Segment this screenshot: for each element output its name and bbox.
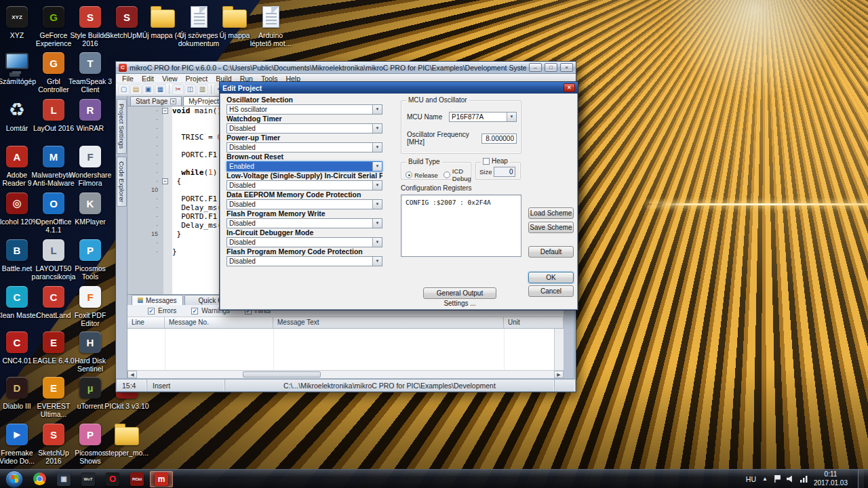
messages-vscrollbar[interactable]: [554, 329, 564, 370]
hidden-icons-icon[interactable]: ▲: [762, 476, 768, 482]
column-message-no[interactable]: Message No.: [165, 317, 273, 328]
save-scheme-button[interactable]: Save Scheme: [528, 222, 574, 233]
fold-margin: [161, 239, 172, 247]
chevron-down-icon[interactable]: ▼: [372, 219, 382, 228]
config-field-select[interactable]: Disabled▼: [226, 237, 382, 247]
copy-icon[interactable]: ◫: [184, 84, 196, 95]
chevron-down-icon[interactable]: ▼: [372, 238, 382, 247]
chevron-down-icon[interactable]: ▼: [372, 124, 382, 133]
config-field-select[interactable]: Disabled▼: [226, 256, 382, 266]
column-line[interactable]: Line: [127, 317, 165, 328]
config-field-select[interactable]: Disabled▼: [226, 199, 382, 209]
fold-collapse-icon[interactable]: −: [162, 178, 168, 184]
menu-project[interactable]: Project: [182, 75, 212, 83]
frequency-input[interactable]: 8.000000: [481, 134, 517, 144]
cut-icon[interactable]: ✂: [172, 84, 184, 95]
desktop-icon-picosmos-tools[interactable]: PPicosmos Tools: [68, 237, 113, 281]
column-message-text[interactable]: Message Text: [273, 317, 504, 328]
heap-size-input[interactable]: 0: [494, 167, 515, 177]
column-unit[interactable]: Unit: [504, 317, 564, 328]
desktop-icon-hard-disk-sentinel[interactable]: HHard Disk Sentinel: [68, 329, 113, 373]
window-titlebar[interactable]: C mikroC PRO for PIC v.6.0.0 - C:\Users\…: [116, 62, 576, 74]
taskbar-app-world-of-tanks[interactable]: WoT: [77, 471, 100, 487]
desktop-icon-label: Picosmos Tools: [68, 264, 113, 281]
language-indicator[interactable]: HU: [746, 475, 756, 483]
chevron-down-icon[interactable]: ▼: [372, 257, 382, 266]
config-field-select[interactable]: Disabled▼: [226, 180, 382, 190]
checkbox-errors[interactable]: ✓: [148, 308, 155, 314]
scroll-right-icon[interactable]: ▶: [554, 371, 564, 378]
taskbar-app-chrome[interactable]: [28, 471, 51, 487]
action-center-icon[interactable]: [774, 475, 781, 483]
menu-file[interactable]: File: [118, 75, 138, 83]
menu-view[interactable]: View: [158, 75, 182, 83]
cancel-button[interactable]: Cancel: [528, 285, 574, 297]
chevron-down-icon[interactable]: ▼: [372, 105, 382, 114]
config-field-select[interactable]: HS oscillator▼: [226, 104, 382, 115]
desktop-icon-kmplayer[interactable]: KKMPlayer: [68, 190, 113, 226]
dialog-close-button[interactable]: ×: [564, 83, 575, 92]
general-output-settings-button[interactable]: General Output Settings ...: [423, 287, 496, 299]
menu-edit[interactable]: Edit: [138, 75, 158, 83]
dialog-titlebar[interactable]: Edit Project ×: [220, 82, 578, 94]
taskbar-app-mikroc[interactable]: m: [150, 471, 173, 487]
messages-hscrollbar[interactable]: ◀ ▶: [127, 370, 564, 378]
config-field-value: Enabled: [227, 162, 372, 171]
messages-grid-body[interactable]: [127, 329, 564, 370]
chevron-down-icon[interactable]: ▼: [507, 113, 516, 121]
heap-label: Heap: [492, 157, 508, 165]
tab-start-page[interactable]: Start Page ×: [130, 96, 182, 106]
scroll-left-icon[interactable]: ◀: [127, 371, 137, 378]
code-explorer-tab[interactable]: Code Explorer: [117, 157, 127, 207]
chevron-down-icon[interactable]: ▼: [372, 162, 382, 171]
chevron-down-icon[interactable]: ▼: [372, 181, 382, 190]
checkbox-warnings[interactable]: ✓: [191, 308, 198, 314]
desktop-icon-winrar[interactable]: RWinRAR: [68, 97, 113, 132]
close-button[interactable]: ×: [560, 63, 573, 72]
config-field-flash-program-memory-write: Flash Program Memory WriteDisabled▼: [226, 209, 382, 228]
config-field-select[interactable]: Disabled▼: [226, 142, 382, 152]
config-field-select[interactable]: Disabled▼: [226, 123, 382, 134]
desktop-icon-teamspeak-3-client[interactable]: TTeamSpeak 3 Client: [68, 50, 113, 94]
radio-icd-debug[interactable]: [443, 171, 450, 178]
chevron-down-icon[interactable]: ▼: [372, 143, 382, 152]
config-field-oscillator-selection: Oscillator SelectionHS oscillator▼: [226, 96, 382, 115]
tab-messages[interactable]: Messages: [132, 295, 183, 305]
heap-checkbox[interactable]: [483, 158, 490, 165]
mcu-name-select[interactable]: P16F877A ▼: [449, 112, 517, 122]
taskbar-app-opera[interactable]: O: [101, 471, 124, 487]
desktop-icon-arduino-l-ptet-mot[interactable]: Arduino léptető mot...: [248, 4, 293, 47]
start-button[interactable]: [5, 470, 23, 488]
project-settings-tab[interactable]: Project Settings: [117, 99, 127, 154]
close-tab-icon[interactable]: ×: [170, 98, 176, 104]
network-icon[interactable]: [800, 476, 808, 483]
desktop-icon-foxit-pdf-editor[interactable]: FFoxit PDF Editor: [68, 284, 113, 327]
load-scheme-button[interactable]: Load Scheme: [528, 207, 574, 219]
radio-release[interactable]: [406, 171, 412, 178]
new-file-icon[interactable]: ▢: [118, 84, 130, 95]
default-button[interactable]: Default: [528, 246, 574, 258]
filter-errors[interactable]: ✓ Errors: [148, 307, 176, 314]
tab-start-page-label: Start Page: [136, 98, 167, 105]
paste-icon[interactable]: ▥: [197, 84, 208, 95]
fold-collapse-icon[interactable]: −: [162, 108, 168, 114]
show-desktop-button[interactable]: [858, 470, 864, 488]
save-all-icon[interactable]: ▦: [155, 84, 166, 95]
maximize-button[interactable]: □: [545, 63, 557, 72]
config-field-select[interactable]: Enabled▼: [226, 161, 382, 171]
hscroll-thumb[interactable]: [243, 371, 321, 378]
app-icon: M: [43, 146, 64, 167]
volume-icon[interactable]: [787, 476, 794, 483]
config-registers-box[interactable]: CONFIG :$2007 : 0x2F4A: [401, 195, 521, 257]
open-file-icon[interactable]: ▤: [130, 84, 142, 95]
desktop-icon-stepper-mo[interactable]: stepper_mo...: [104, 422, 149, 457]
config-field-select[interactable]: Disabled▼: [226, 218, 382, 228]
clock[interactable]: 0:11 2017.01.03: [814, 470, 848, 487]
minimize-button[interactable]: –: [529, 63, 542, 72]
ok-button[interactable]: OK: [528, 272, 574, 283]
desktop-icon-wondershare-filmora[interactable]: FWondershare Filmora: [68, 144, 113, 187]
taskbar-app-pickit[interactable]: PICkit: [125, 471, 149, 487]
chevron-down-icon[interactable]: ▼: [372, 200, 382, 209]
save-icon[interactable]: ▣: [142, 84, 154, 95]
taskbar-app-gray-app[interactable]: ▣: [52, 471, 75, 487]
